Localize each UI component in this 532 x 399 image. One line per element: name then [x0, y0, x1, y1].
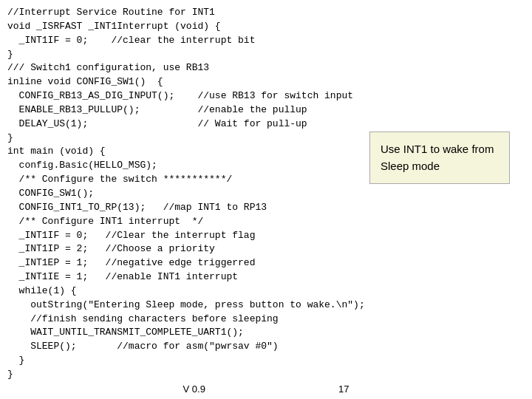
- tooltip-text: Use INT1 to wake from Sleep mode: [381, 143, 494, 172]
- tooltip-box: Use INT1 to wake from Sleep mode: [369, 132, 510, 184]
- slide-number: 17: [338, 383, 349, 395]
- code-block: //Interrupt Service Routine for INT1 voi…: [0, 0, 532, 388]
- version-label: V 0.9: [183, 383, 205, 395]
- footer: V 0.9 17: [0, 383, 532, 395]
